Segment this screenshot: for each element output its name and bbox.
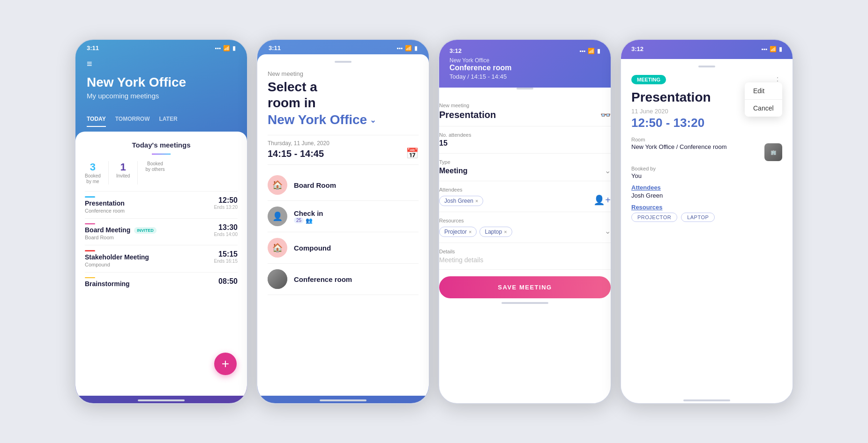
hamburger-icon[interactable]: ≡ [87,59,236,68]
chevron-down-resources: ⌄ [605,227,611,236]
title-row: Presentation 👓 [439,110,611,120]
phone-1: 3:11 ▪▪▪ 📶 ▮ ≡ New York Office My upcomi… [75,39,248,404]
presentation-time: 12:50 - 13:20 [631,116,782,130]
stat-by-others: Bookedby others [145,161,165,185]
resource-chip-laptop[interactable]: Laptop × [479,227,512,237]
laptop-remove-icon[interactable]: × [504,229,507,235]
status-bar-1: 3:11 ▪▪▪ 📶 ▮ [75,40,247,54]
wifi-icon-3: 📶 [588,48,595,54]
resource-chip-projector[interactable]: Projector × [439,227,477,237]
meeting-end-2: Ends 14:00 [214,232,238,237]
underline-bar [152,154,171,155]
meeting-name-4: Brainstorming [85,280,130,288]
fab-add-button[interactable]: + [214,353,237,375]
status-icons-2: ▪▪▪ 📶 ▮ [397,45,418,52]
type-dropdown[interactable]: Meeting ⌄ [439,166,611,175]
new-meeting-label-3: New meeting [439,103,611,108]
tab-later[interactable]: LATER [159,116,177,127]
drag-handle-3 [516,88,533,89]
meeting-item-2[interactable]: Board Meeting INVITED Board Room 13:30 E… [85,218,238,245]
wifi-icon-4: 📶 [770,46,777,52]
date-string: Thursday, 11 June, 2020 [268,140,419,147]
stat-label-2: Invited [116,173,130,179]
meeting-title-3: Presentation [439,110,496,120]
time-range-row: 14:15 - 14:45 📅 [268,148,419,160]
attendees-chips-row: Josh Green × 👤+ [439,194,611,206]
attendees-count-label: No. attendees [439,132,611,138]
save-meeting-button[interactable]: SAVE MEETING [439,276,611,298]
attendees-detail-row: Attendees Josh Green [631,184,782,199]
details-input[interactable]: Meeting details [439,256,611,264]
phone-3: 3:12 ▪▪▪ 📶 ▮ New York Office Conference … [438,39,612,404]
room-avatar-board: 🏠 [268,175,287,195]
meeting-time-2: 13:30 [214,223,238,232]
stat-label-3: Bookedby others [145,161,165,172]
meeting-end-1: Ends 13:20 [214,205,238,210]
room-avatar-checkin: 👤 [268,207,287,226]
home-indicator-3 [501,302,548,304]
room-thumbnail: 🏢 [764,143,782,161]
room-item-compound[interactable]: 🏠 Compound [268,232,419,264]
checkin-badge: 25 [294,217,304,223]
meeting-time-1: 12:50 [214,196,238,205]
meeting-end-3: Ends 16:15 [214,258,238,264]
home-indicator-1 [138,399,185,401]
room-item-checkin[interactable]: 👤 Check in 25 👥 [268,201,419,232]
tab-today[interactable]: TODAY [87,116,106,127]
drag-handle-2 [335,61,352,63]
tab-tomorrow[interactable]: TOMORROW [115,116,150,127]
projector-remove-icon[interactable]: × [469,229,471,235]
status-time-2: 3:11 [269,44,281,52]
wifi-icon-2: 📶 [405,45,412,52]
room-item-board[interactable]: 🏠 Board Room [268,170,419,201]
status-bar-4: 3:12 ▪▪▪ 📶 ▮ [631,43,782,54]
glasses-icon: 👓 [600,110,611,120]
new-meeting-label-2: New meeting [268,70,419,77]
form-row-attendees-chips: Attendees Josh Green × 👤+ [439,181,611,212]
room-detail-row: Room New York Office / Conference room 🏢 [631,137,782,161]
room-detail-value: New York Office / Conference room [631,143,727,150]
stat-num-2: 1 [116,161,130,173]
booked-by-label: Booked by [631,166,782,171]
meeting-right-2: 13:30 Ends 14:00 [214,223,238,237]
attendees-chips: Josh Green × [439,196,483,206]
accent-line-1 [85,196,95,198]
chip-remove-icon[interactable]: × [475,198,478,204]
meeting-item-4[interactable]: Brainstorming 08:50 [85,272,238,293]
accent-line-3 [85,250,95,251]
office-label-3: New York Office [449,57,600,64]
phone2-content: New meeting Select aroom in New York Off… [257,54,429,396]
meeting-name-3: Stakeholder Meeting [85,253,149,261]
phone-2: 3:11 ▪▪▪ 📶 ▮ New meeting Select aroom in… [256,39,430,404]
status-time-3: 3:12 [449,47,462,54]
phone1-header: ≡ New York Office My upcoming meetings [75,54,247,109]
stat-num-1: 3 [85,161,101,173]
attendee-chip-1[interactable]: Josh Green × [439,196,483,206]
meeting-left-2: Board Meeting INVITED Board Room [85,223,157,241]
select-room-office[interactable]: New York Office ⌄ [268,112,419,127]
room-name-h: Conference room [449,64,600,72]
context-menu: Edit Cancel [745,82,782,117]
meeting-left-3: Stakeholder Meeting Compound [85,250,149,267]
details-label: Details [439,249,611,254]
stat-invited: 1 Invited [116,161,130,185]
calendar-icon[interactable]: 📅 [406,148,419,160]
context-edit[interactable]: Edit [745,82,782,99]
type-value: Meeting [439,167,467,175]
context-cancel[interactable]: Cancel [745,100,782,117]
meeting-name-1: Presentation [85,199,125,207]
room-item-conference[interactable]: Conference room [268,264,419,295]
meeting-left-4: Brainstorming [85,277,130,288]
home-indicator-4 [683,399,730,401]
accent-line-4 [85,277,95,279]
stat-booked-me: 3 Bookedby me [85,161,101,185]
form-row-details[interactable]: Details Meeting details [439,243,611,270]
date-time-section: Thursday, 11 June, 2020 14:15 - 14:45 📅 [268,135,419,165]
attendees-count-val: 15 [439,139,611,148]
meeting-item-3[interactable]: Stakeholder Meeting Compound 15:15 Ends … [85,245,238,272]
drag-handle-4 [698,66,715,67]
type-label: Type [439,159,611,165]
meeting-item-1[interactable]: Presentation Conference room 12:50 Ends … [85,191,238,218]
add-attendee-icon[interactable]: 👤+ [593,194,611,206]
room-name-checkin: Check in 25 👥 [294,209,323,224]
